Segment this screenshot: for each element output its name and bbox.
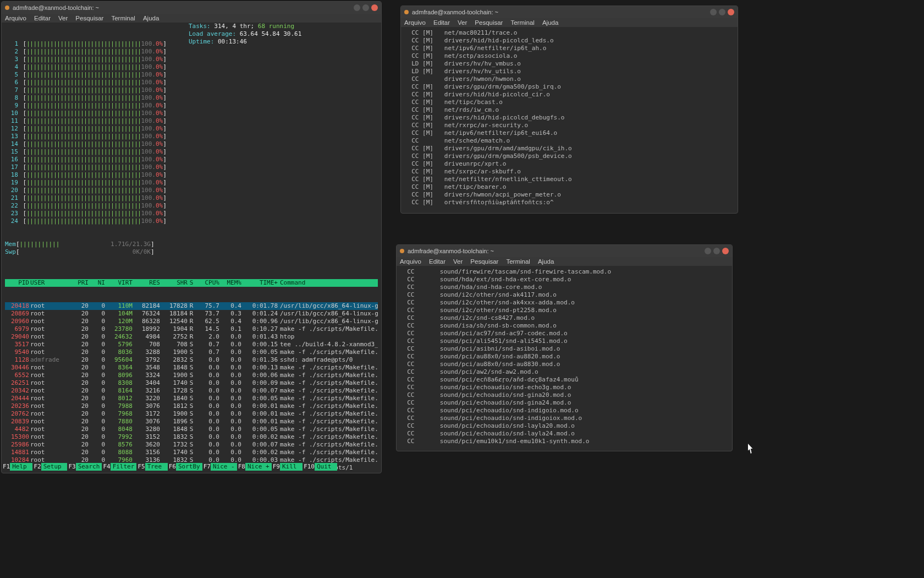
build-line: CC sound/pci/ecñ8a6ȼɼo/aňd-dȼç8afaz4.mou… [400,376,729,384]
terminal-output[interactable]: CC [M] net/mac80211/trace.o CC [M] drive… [401,27,738,209]
process-row[interactable]: 20839root200788030761896S0.00.00:00.01ma… [5,418,378,426]
fkey-f10[interactable]: F10 [302,463,315,471]
process-row[interactable]: 20418root200110M8218417828R75.70.40:01.7… [5,302,378,310]
process-row[interactable]: 1128admfrade2009560437922832S0.00.00:01.… [5,356,378,364]
process-row[interactable]: 15300root200799231521832S0.00.00:00.02ma… [5,433,378,441]
terminal-output[interactable]: CC sound/firewire/tascam/snd-firewire-ta… [397,266,732,448]
col-header-cpu[interactable]: CPU% [195,279,219,287]
fkey-label[interactable]: Setup [41,463,68,471]
menu-editar[interactable]: Editar [433,19,450,26]
fkey-label[interactable]: Filter [111,463,137,471]
menu-terminal[interactable]: Terminal [111,15,135,21]
menubar[interactable]: ArquivoEditarVerPesquisarTerminalAjuda [401,18,738,27]
fkey-label[interactable]: Help [10,463,32,471]
maximize-button[interactable] [713,248,720,254]
process-table-header[interactable]: PIDUSERPRINIVIRTRESSHRSCPU%MEM%TIME+Comm… [5,279,378,287]
menu-editar[interactable]: Editar [429,258,446,265]
close-button[interactable] [371,4,378,11]
fkey-f8[interactable]: F8 [237,463,245,471]
fkey-label[interactable]: Tree [145,463,168,471]
build-line: CC [M] net/netfilter/nfnetlink_cttimeout… [404,176,734,183]
menu-ver[interactable]: Ver [458,19,467,26]
menu-ajuda[interactable]: Ajuda [542,19,558,26]
process-row[interactable]: 25986root200857636201732S0.00.00:00.07ma… [5,441,378,449]
process-row[interactable]: 20960root200120M8632812540R62.50.40:00.9… [5,318,378,325]
terminal-body[interactable]: 1 [||||||||||||||||||||||||||||||||||100… [2,23,381,471]
build-terminal-2[interactable]: admfrade@xanmod-toolchain: ~ ArquivoEdit… [396,244,733,451]
close-button[interactable] [722,248,729,254]
htop-terminal-window[interactable]: admfrade@xanmod-toolchain: ~ ArquivoEdit… [1,1,382,473]
menu-ajuda[interactable]: Ajuda [143,15,159,21]
fkey-label[interactable]: SortBy [176,463,202,471]
build-line: CC [M] net/tipc/bearer.o [404,183,734,191]
fkey-label[interactable]: Search [76,463,102,471]
menu-arquivo[interactable]: Arquivo [404,19,426,26]
col-header-pri[interactable]: PRI [69,279,89,287]
col-header-res[interactable]: RES [133,279,160,287]
col-header-command[interactable]: Command [278,279,378,287]
process-row[interactable]: 9540root200803632881900S0.70.00:00.05mak… [5,348,378,356]
col-header-s[interactable]: S [188,279,195,287]
col-header-ni[interactable]: NI [89,279,105,287]
process-row[interactable]: 20869root200104M7632418184R73.70.30:01.2… [5,310,378,318]
menubar[interactable]: ArquivoEditarVerPesquisarTerminalAjuda [2,14,381,23]
titlebar[interactable]: admfrade@xanmod-toolchain: ~ [397,245,732,257]
menu-ver[interactable]: Ver [453,258,463,265]
menu-ajuda[interactable]: Ajuda [538,258,554,265]
minimize-button[interactable] [705,248,711,254]
menu-pesquisar[interactable]: Pesquisar [75,15,103,21]
maximize-button[interactable] [719,9,725,15]
fkey-f5[interactable]: F5 [136,463,145,471]
fkey-f6[interactable]: F6 [168,463,176,471]
menu-terminal[interactable]: Terminal [510,19,534,26]
process-row[interactable]: 14881root200808831561740S0.00.00:00.02ma… [5,449,378,456]
menubar[interactable]: ArquivoEditarVerPesquisarTerminalAjuda [397,257,732,266]
process-row[interactable]: 30446root200836435481848S0.00.00:00.13ma… [5,364,378,372]
menu-pesquisar[interactable]: Pesquisar [470,258,498,265]
menu-arquivo[interactable]: Arquivo [400,258,421,265]
titlebar[interactable]: admfrade@xanmod-toolchain: ~ [401,6,738,18]
menu-editar[interactable]: Editar [34,15,51,21]
process-row[interactable]: 20762root200796831721900S0.00.00:00.01ma… [5,410,378,418]
process-row[interactable]: 20236root200798830761812S0.00.00:00.01ma… [5,402,378,410]
titlebar[interactable]: admfrade@xanmod-toolchain: ~ [2,2,381,14]
process-row[interactable]: 20444root200801232201840S0.00.00:00.05ma… [5,395,378,402]
fkey-bar[interactable]: F1Help F2Setup F3SearchF4FilterF5Tree F6… [2,463,381,471]
process-row[interactable]: 20342root200816432161728S0.00.00:00.07ma… [5,387,378,395]
col-header-shr[interactable]: SHR [160,279,188,287]
process-row[interactable]: 6979root20023780189921904R14.50.10:10.27… [5,325,378,333]
minimize-button[interactable] [354,4,360,11]
fkey-label[interactable]: Nice + [245,463,272,471]
fkey-f2[interactable]: F2 [32,463,41,471]
close-button[interactable] [728,9,734,15]
process-row[interactable]: 29040root2002463249842752R2.00.00:01.43h… [5,333,378,341]
build-line: CC [M] drivers/gpu/drm/amd/amdgpu/cik_ih… [404,145,734,152]
process-row[interactable]: 26251root200830834041740S0.00.00:00.09ma… [5,379,378,387]
fkey-label[interactable]: Quit [315,463,337,471]
menu-pesquisar[interactable]: Pesquisar [475,19,503,26]
minimize-button[interactable] [710,9,717,15]
mem-bar: Mem[||||||||||| 1.71G/21.3G] [5,241,378,248]
menu-terminal[interactable]: Terminal [506,258,530,265]
maximize-button[interactable] [362,4,369,11]
fkey-label[interactable]: Kill [280,463,302,471]
menu-arquivo[interactable]: Arquivo [5,15,26,21]
process-table[interactable]: 20418root200110M8218417828R75.70.40:01.7… [5,302,378,471]
menu-ver[interactable]: Ver [58,15,68,21]
col-header-virt[interactable]: VIRT [105,279,133,287]
col-header-mem[interactable]: MEM% [219,279,241,287]
fkey-f7[interactable]: F7 [202,463,211,471]
col-header-time[interactable]: TIME+ [241,279,278,287]
fkey-f9[interactable]: F9 [272,463,280,471]
process-row[interactable]: 4482root200804832801848S0.00.00:00.05mak… [5,426,378,433]
col-header-user[interactable]: USER [30,279,69,287]
build-line: CC [M] net/sctp/associola.o [404,52,734,60]
process-row[interactable]: 6552root200809633241900S0.00.00:00.06mak… [5,372,378,379]
fkey-label[interactable]: Nice - [211,463,237,471]
fkey-f4[interactable]: F4 [102,463,110,471]
build-terminal-1[interactable]: admfrade@xanmod-toolchain: ~ ArquivoEdit… [400,6,738,214]
process-row[interactable]: 3517root2005796708708S0.70.00:00.15tee .… [5,341,378,348]
fkey-f1[interactable]: F1 [2,463,10,471]
fkey-f3[interactable]: F3 [67,463,75,471]
col-header-pid[interactable]: PID [5,279,30,287]
